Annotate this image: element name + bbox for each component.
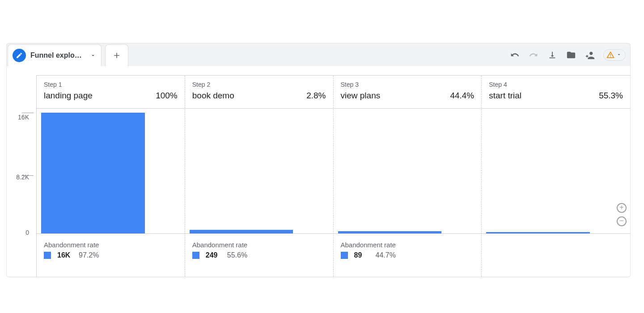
zoom-out-button[interactable]: − — [617, 216, 627, 226]
abandonment-percent: 55.6% — [227, 251, 247, 259]
chevron-down-icon[interactable] — [90, 53, 96, 58]
abandonment-label: Abandonment rate — [44, 241, 178, 249]
step-percent: 55.3% — [599, 91, 623, 101]
abandonment-percent: 97.2% — [79, 251, 99, 259]
redo-button[interactable] — [528, 50, 539, 60]
abandonment: Abandonment rate16K97.2% — [37, 237, 185, 259]
step-name: start trial — [489, 91, 521, 101]
funnel-report: 16K 8.2K 0 Step 1landing page100%Abandon… — [6, 66, 631, 277]
y-axis: 16K 8.2K 0 — [7, 75, 36, 277]
step-chart — [334, 109, 482, 234]
step-bar — [41, 113, 145, 233]
funnel-step: Step 2book demo2.8%Abandonment rate24955… — [185, 76, 334, 277]
abandonment-count: 89 — [354, 251, 369, 259]
pencil-icon — [13, 49, 26, 62]
step-number: Step 3 — [341, 81, 475, 88]
step-number: Step 2 — [192, 81, 326, 88]
funnel-step: Step 4start trial55.3% — [482, 76, 630, 277]
step-chart — [185, 109, 333, 234]
y-tick: 8.2K — [9, 173, 29, 181]
step-name: view plans — [341, 91, 381, 101]
tab-funnel-exploration[interactable]: Funnel explor… — [8, 44, 102, 67]
chevron-down-icon — [616, 51, 622, 59]
zoom-in-button[interactable]: + — [617, 203, 627, 213]
y-tick: 0 — [9, 229, 29, 236]
step-number: Step 4 — [489, 81, 623, 88]
step-chart — [37, 109, 185, 234]
legend-swatch — [44, 252, 51, 259]
step-bar — [190, 230, 293, 233]
funnel-step: Step 1landing page100%Abandonment rate16… — [37, 76, 185, 277]
svg-rect-1 — [610, 56, 611, 57]
y-tick: 16K — [9, 114, 29, 121]
share-user-button[interactable] — [585, 50, 595, 60]
abandonment: Abandonment rate24955.6% — [185, 237, 333, 259]
step-number: Step 1 — [44, 81, 178, 88]
add-tab-button[interactable] — [105, 44, 128, 67]
step-name: landing page — [44, 91, 93, 101]
insights-button[interactable] — [603, 49, 626, 61]
export-folder-button[interactable] — [566, 50, 576, 60]
undo-button[interactable] — [509, 50, 520, 60]
zoom-controls: + − — [617, 203, 627, 226]
abandonment-count: 16K — [57, 251, 72, 259]
warning-icon — [606, 51, 614, 59]
legend-swatch — [341, 252, 348, 259]
funnel-step: Step 3view plans44.4%Abandonment rate894… — [334, 76, 482, 277]
step-bar — [338, 231, 442, 233]
legend-swatch — [192, 252, 199, 259]
tab-bar: Funnel explor… — [6, 43, 631, 66]
abandonment-percent: 44.7% — [376, 251, 396, 259]
step-chart — [482, 109, 630, 234]
abandonment-count: 249 — [206, 251, 221, 259]
step-name: book demo — [192, 91, 234, 101]
step-bar — [486, 232, 590, 233]
step-percent: 100% — [156, 91, 178, 101]
step-percent: 44.4% — [450, 91, 474, 101]
tab-title: Funnel explor… — [30, 51, 84, 59]
abandonment: Abandonment rate8944.7% — [334, 237, 482, 259]
toolbar — [509, 49, 630, 61]
step-percent: 2.8% — [306, 91, 326, 101]
abandonment-label: Abandonment rate — [341, 241, 475, 249]
download-button[interactable] — [547, 50, 558, 60]
abandonment-label: Abandonment rate — [192, 241, 326, 249]
funnel-steps: Step 1landing page100%Abandonment rate16… — [36, 75, 630, 277]
svg-rect-0 — [610, 54, 611, 55]
